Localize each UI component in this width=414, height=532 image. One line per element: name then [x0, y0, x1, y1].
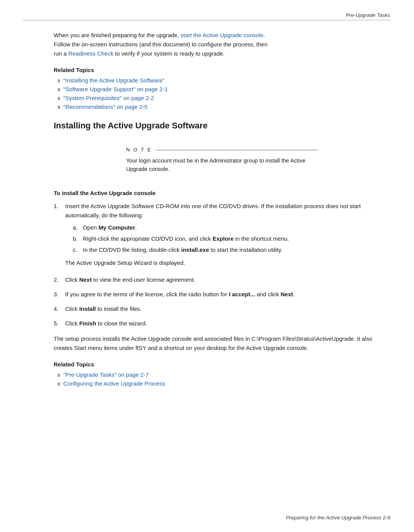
bold-install: Install	[79, 305, 96, 312]
step-4: 4. Click Install to install the files.	[54, 304, 390, 314]
step-1: 1. Insert the Active Upgrade Software CD…	[54, 202, 390, 270]
list-item: x "Pre-Upgrade Tasks" on page 2-7	[58, 371, 390, 378]
alpha-item-b: b. Right-click the appropriate CD/DVD ic…	[73, 234, 390, 243]
alpha-b-text: Right-click the appropriate CD/DVD icon,…	[83, 234, 289, 243]
step-5: 5. Click Finish to close the wizard.	[54, 319, 390, 328]
link-system-prerequisites[interactable]: "System Prerequisites" on page 2-2	[63, 95, 154, 101]
alpha-a-text: Open My Computer.	[83, 223, 137, 232]
alpha-label: b.	[73, 234, 80, 243]
step-3-text: If you agree to the terms of the license…	[65, 291, 295, 297]
related-topics-2-list: x "Pre-Upgrade Tasks" on page 2-7 x Conf…	[54, 371, 390, 387]
step-2: 2. Click Next to view the end-user licen…	[54, 275, 390, 284]
link-start-console[interactable]: start the Active Upgrade console	[181, 32, 263, 38]
setup-paragraph: The setup process installs the Active Up…	[54, 334, 390, 353]
footer-text: Preparing for the Active Upgrade Process…	[286, 515, 390, 521]
step-content: Click Finish to close the wizard.	[65, 319, 390, 328]
alpha-item-a: a. Open My Computer.	[73, 223, 390, 232]
list-item: x "System Prerequisites" on page 2-2	[58, 95, 390, 101]
bold-next-3: Next	[281, 291, 293, 297]
link-configuring[interactable]: Configuring the Active Upgrade Process	[63, 380, 165, 387]
bullet: x	[58, 372, 60, 378]
page-header: Pre-Upgrade Tasks	[346, 12, 390, 18]
note-box: N O T E Your login account must be in th…	[115, 141, 329, 179]
bold-explore: Explore	[212, 235, 233, 242]
list-item: x "Software Upgrade Support" on page 2-1	[58, 86, 390, 92]
related-topics-2-title: Related Topics	[54, 361, 390, 368]
header-label: Pre-Upgrade Tasks	[346, 12, 390, 18]
step-content: Click Next to view the end-user license …	[65, 275, 390, 284]
related-topics-1-list: x "Installing the Active Upgrade Softwar…	[54, 77, 390, 110]
bullet: x	[58, 95, 60, 101]
intro-text-after-link1: .	[263, 32, 265, 38]
bold-my-computer: My Computer	[99, 224, 135, 231]
step-content: Insert the Active Upgrade Software CD-RO…	[65, 202, 390, 270]
list-item: x "Installing the Active Upgrade Softwar…	[58, 77, 390, 84]
note-header: N O T E	[126, 147, 318, 153]
step-2-text: Click Next to view the end-user license …	[65, 276, 195, 283]
step-num: 3.	[54, 290, 61, 299]
note-text: Your login account must be in the Admini…	[126, 156, 318, 174]
bold-next-2: Next	[79, 276, 92, 283]
intro-line3-before: run a	[54, 50, 68, 57]
list-item: x "Recommendations" on page 2-5	[58, 103, 390, 110]
bullet: x	[58, 104, 60, 110]
note-rule	[156, 150, 318, 150]
step-3: 3. If you agree to the terms of the lice…	[54, 290, 390, 299]
step-num: 5.	[54, 319, 61, 328]
related-topics-1-title: Related Topics	[54, 67, 390, 73]
link-readiness-check[interactable]: Readiness Check	[68, 50, 113, 57]
subsection-title: To install the Active Upgrade console	[54, 190, 390, 196]
steps-list: 1. Insert the Active Upgrade Software CD…	[54, 202, 390, 328]
bullet: x	[58, 86, 60, 92]
main-content: When you are finished preparing for the …	[0, 0, 414, 420]
bullet: x	[58, 77, 60, 84]
intro-line2: Follow the on-screen instructions (and t…	[54, 41, 268, 48]
step-num: 2.	[54, 275, 61, 284]
related-topics-1: Related Topics x "Installing the Active …	[54, 67, 390, 110]
step-content: Click Install to install the files.	[65, 304, 390, 314]
alpha-list: a. Open My Computer. b. Right-click the …	[65, 223, 390, 255]
link-installing[interactable]: "Installing the Active Upgrade Software"	[63, 77, 164, 84]
wizard-text: The Active Upgrade Setup Wizard is displ…	[65, 258, 390, 268]
link-recommendations[interactable]: "Recommendations" on page 2-5	[63, 103, 148, 110]
step-5-text: Click Finish to close the wizard.	[65, 320, 147, 327]
section-heading: Installing the Active Upgrade Software	[54, 121, 390, 131]
alpha-label: c.	[73, 245, 80, 254]
step-1-text: Insert the Active Upgrade Software CD-RO…	[65, 203, 361, 218]
footer-right: Preparing for the Active Upgrade Process…	[286, 515, 390, 521]
header-rule	[23, 20, 391, 20]
bold-install-exe: install.exe	[181, 246, 209, 253]
alpha-item-c: c. In the CD/DVD file listing, double-cl…	[73, 245, 390, 254]
related-topics-2: Related Topics x "Pre-Upgrade Tasks" on …	[54, 361, 390, 387]
link-software-upgrade[interactable]: "Software Upgrade Support" on page 2-1	[63, 86, 168, 92]
page-container: Pre-Upgrade Tasks When you are finished …	[0, 0, 414, 532]
bullet: x	[58, 381, 60, 387]
step-num: 1.	[54, 202, 61, 211]
bold-finish: Finish	[79, 320, 96, 327]
alpha-c-text: In the CD/DVD file listing, double-click…	[83, 245, 283, 254]
intro-text-before-link1: When you are finished preparing for the …	[54, 32, 181, 38]
step-content: If you agree to the terms of the license…	[65, 290, 390, 299]
alpha-label: a.	[73, 223, 80, 232]
list-item: x Configuring the Active Upgrade Process	[58, 380, 390, 387]
intro-line3-after: to verify if your system is ready to upg…	[113, 50, 225, 57]
step-num: 4.	[54, 304, 61, 314]
step-4-text: Click Install to install the files.	[65, 305, 141, 312]
bold-i-accept: I accept...	[229, 291, 255, 297]
note-label: N O T E	[126, 147, 152, 153]
intro-paragraph: When you are finished preparing for the …	[54, 31, 390, 58]
link-pre-upgrade-tasks[interactable]: "Pre-Upgrade Tasks" on page 2-7	[63, 371, 149, 378]
